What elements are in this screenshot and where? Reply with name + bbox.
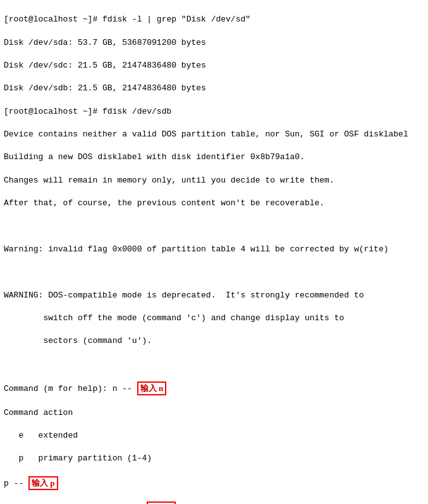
line-10 xyxy=(4,221,424,232)
cmd-n-prefix: Command (m for help): n -- xyxy=(4,384,137,393)
line-12 xyxy=(4,267,424,278)
p-line: p -- 输入 p xyxy=(4,476,424,490)
line-15: sectors (command 'u'). xyxy=(4,335,424,347)
partition-num-line: Partition number (1-4): 1 -- 输入 1 xyxy=(4,501,424,504)
p-prefix: p -- xyxy=(4,479,28,488)
line-14: switch off the mode (command 'c') and ch… xyxy=(4,313,424,324)
line-5: [root@localhost ~]# fdisk /dev/sdb xyxy=(4,106,424,117)
line-16 xyxy=(4,359,424,370)
line-8: Changes will remain in memory only, unti… xyxy=(4,175,424,186)
extended-line: e extended xyxy=(4,430,424,441)
line-6: Device contains neither a valid DOS part… xyxy=(4,129,424,140)
line-9: After that, of course, the previous cont… xyxy=(4,198,424,209)
line-4: Disk /dev/sdb: 21.5 GB, 21474836480 byte… xyxy=(4,83,424,94)
line-13: WARNING: DOS-compatible mode is deprecat… xyxy=(4,290,424,301)
cmd-action-line: Command action xyxy=(4,407,424,419)
line-3: Disk /dev/sdc: 21.5 GB, 21474836480 byte… xyxy=(4,60,424,71)
line-1: [root@localhost ~]# fdisk -l | grep "Dis… xyxy=(4,14,424,25)
line-11: Warning: invalid flag 0x0000 of partitio… xyxy=(4,244,424,255)
primary-line: p primary partition (1-4) xyxy=(4,453,424,464)
line-7: Building a new DOS disklabel with disk i… xyxy=(4,152,424,163)
cmd-n-line: Command (m for help): n -- 输入 n xyxy=(4,381,424,395)
terminal-output: [root@localhost ~]# fdisk -l | grep "Dis… xyxy=(4,3,424,504)
annotation-cmd-n: 输入 n xyxy=(137,381,166,395)
line-2: Disk /dev/sda: 53.7 GB, 53687091200 byte… xyxy=(4,37,424,49)
annotation-cmd-1: 输入 1 xyxy=(147,501,176,504)
annotation-cmd-p: 输入 p xyxy=(28,476,58,490)
